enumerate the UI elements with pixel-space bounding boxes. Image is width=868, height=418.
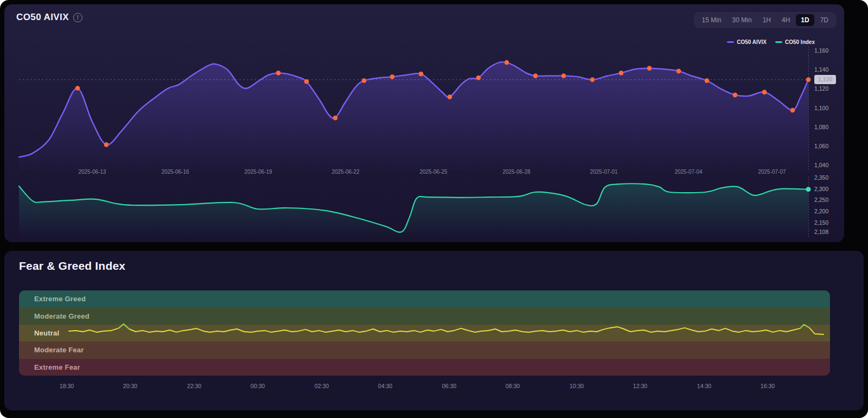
timeframe-4h[interactable]: 4H <box>777 14 795 26</box>
data-point-marker <box>705 78 710 83</box>
y-axis-tick: 1,060 <box>814 143 828 149</box>
x-axis-tick: 22:30 <box>178 383 210 389</box>
x-axis-tick: 2025-07-07 <box>750 169 794 175</box>
co50-aivix-panel: CO50 AIVIX ! 15 Min 30 Min 1H 4H 1D 7D C… <box>4 4 844 242</box>
x-axis-tick: 2025-06-25 <box>412 169 455 175</box>
data-point-marker <box>590 77 595 82</box>
x-axis-tick: 2025-06-28 <box>495 169 538 175</box>
x-axis-tick: 08:30 <box>496 383 529 389</box>
y-axis-tick: 2,300 <box>814 186 828 192</box>
legend-swatch <box>775 41 782 43</box>
x-axis-tick: 04:30 <box>369 383 401 389</box>
x-axis-tick: 14:30 <box>688 383 720 389</box>
x-axis-tick: 00:30 <box>241 383 274 389</box>
data-point-marker <box>362 78 367 83</box>
info-icon[interactable]: ! <box>73 13 82 22</box>
fear-greed-chart[interactable]: Extreme Greed Moderate Greed Neutral Mod… <box>19 290 830 376</box>
data-point-marker <box>790 108 795 113</box>
fear-greed-x-axis: 18:3020:3022:3000:3002:3004:3006:3008:30… <box>19 383 830 390</box>
data-point-marker <box>333 116 338 121</box>
data-point-marker <box>276 71 281 75</box>
legend-item-co50-index[interactable]: CO50 Index <box>775 39 815 45</box>
data-point-marker <box>390 74 395 79</box>
timeframe-30-min[interactable]: 30 Min <box>727 14 757 26</box>
data-point-marker <box>647 66 652 71</box>
timeframe-15-min[interactable]: 15 Min <box>697 14 726 26</box>
data-point-marker <box>733 93 738 98</box>
chart-legend: CO50 AIVIX CO50 Index <box>727 39 815 45</box>
band-label: Moderate Greed <box>34 312 90 320</box>
band-neutral: Neutral <box>19 325 830 341</box>
legend-label: CO50 Index <box>785 39 815 45</box>
co50-index-area <box>19 183 808 237</box>
x-axis-tick: 20:30 <box>114 383 146 389</box>
x-axis-tick: 16:30 <box>751 383 784 389</box>
current-value-badge: 1,130 <box>814 75 836 84</box>
data-point-marker <box>448 94 452 99</box>
data-point-marker <box>533 73 538 78</box>
data-point-marker <box>476 75 481 80</box>
band-label: Neutral <box>34 329 59 337</box>
y-axis-tick: 1,080 <box>814 124 828 130</box>
y-axis-tick: 2,350 <box>814 174 828 181</box>
x-axis-tick: 2025-06-19 <box>237 169 280 175</box>
aivix-chart[interactable] <box>19 46 808 170</box>
data-point-marker <box>561 73 566 78</box>
legend-item-co50-aivix[interactable]: CO50 AIVIX <box>727 39 767 45</box>
fear-greed-panel: Fear & Greed Index Extreme Greed Moderat… <box>4 251 864 410</box>
y-axis-tick: 2,150 <box>814 219 828 226</box>
page-title: CO50 AIVIX <box>16 12 69 23</box>
x-axis-tick: 2025-06-16 <box>154 169 197 175</box>
x-axis-tick: 12:30 <box>624 383 656 389</box>
x-axis-tick: 2025-07-04 <box>667 169 710 175</box>
data-point-marker <box>104 142 109 147</box>
legend-label: CO50 AIVIX <box>737 39 767 45</box>
band-moderate-greed: Moderate Greed <box>19 307 830 324</box>
y-axis-tick: 1,160 <box>814 47 828 54</box>
dashboard: CO50 AIVIX ! 15 Min 30 Min 1H 4H 1D 7D C… <box>0 0 868 418</box>
x-axis-tick: 18:30 <box>50 383 83 389</box>
y-axis-tick: 2,250 <box>814 197 828 203</box>
timeframe-selector: 15 Min 30 Min 1H 4H 1D 7D <box>694 12 837 28</box>
timeframe-1d[interactable]: 1D <box>796 14 814 26</box>
data-point-marker <box>619 71 624 75</box>
x-axis-tick: 2025-06-13 <box>71 169 114 175</box>
aivix-y-axis: 1,130 1,1601,1401,1201,1001,0801,0601,04… <box>808 46 843 170</box>
y-axis-tick: 1,040 <box>814 162 828 168</box>
x-axis-tick: 06:30 <box>433 383 465 389</box>
data-point-marker <box>75 86 80 91</box>
aivix-x-axis: 2025-06-132025-06-162025-06-192025-06-22… <box>19 169 808 176</box>
legend-swatch <box>727 41 734 43</box>
x-axis-tick: 2025-06-22 <box>324 169 367 175</box>
timeframe-1h[interactable]: 1H <box>758 14 776 26</box>
panel-header: CO50 AIVIX ! <box>16 12 82 23</box>
data-point-marker <box>762 90 767 94</box>
timeframe-7d[interactable]: 7D <box>815 14 833 26</box>
data-point-marker <box>304 79 309 84</box>
index-y-axis: 2,3502,3002,2502,2002,1502,108 <box>808 176 843 237</box>
y-axis-tick: 1,140 <box>814 66 828 73</box>
band-label: Moderate Fear <box>34 346 84 354</box>
index-chart[interactable] <box>19 176 808 237</box>
data-point-marker <box>676 69 681 74</box>
y-axis-tick: 2,200 <box>814 208 828 214</box>
x-axis-tick: 10:30 <box>560 383 593 389</box>
x-axis-tick: 02:30 <box>305 383 338 389</box>
page-title: Fear & Greed Index <box>19 259 125 273</box>
data-point-marker <box>419 72 424 77</box>
band-extreme-fear: Extreme Fear <box>19 359 830 376</box>
y-axis-tick: 1,120 <box>814 85 828 92</box>
y-axis-tick: 1,100 <box>814 105 828 111</box>
band-moderate-fear: Moderate Fear <box>19 341 830 358</box>
y-axis-tick: 2,108 <box>814 229 828 235</box>
co50-aivix-area <box>19 62 808 170</box>
data-point-marker <box>505 60 509 65</box>
x-axis-tick: 2025-07-01 <box>582 169 626 175</box>
band-label: Extreme Fear <box>34 363 80 371</box>
band-label: Extreme Greed <box>34 295 86 303</box>
band-extreme-greed: Extreme Greed <box>19 290 830 307</box>
